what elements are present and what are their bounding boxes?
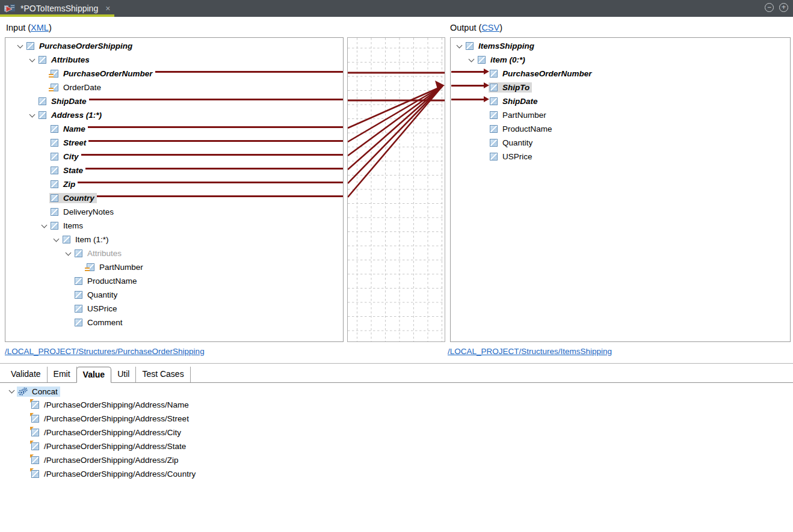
node-content[interactable]: PartNumber <box>489 110 549 120</box>
argument-row-street[interactable]: /PurchaseOrderShipping/Address/Street <box>0 412 190 426</box>
mapping-line[interactable] <box>81 154 343 156</box>
chevron-down-icon[interactable] <box>26 114 37 117</box>
tree-node-comment[interactable]: Comment <box>5 316 343 329</box>
tree-node-itemsshipping[interactable]: ItemsShipping <box>451 39 790 53</box>
tree-node-name[interactable]: Name <box>5 122 343 136</box>
function-selection[interactable]: Concat <box>17 387 60 397</box>
tab-emit[interactable]: Emit <box>48 367 77 382</box>
input-format-link[interactable]: XML <box>31 23 49 32</box>
tree-node-attributes[interactable]: Attributes <box>5 246 343 260</box>
node-content[interactable]: Comment <box>73 317 125 328</box>
node-content[interactable]: Name <box>49 124 88 134</box>
node-content[interactable]: ShipDate <box>37 96 89 106</box>
tree-node-zip[interactable]: Zip <box>5 177 343 191</box>
node-content[interactable]: Address (1:*) <box>37 110 104 120</box>
tree-node-street[interactable]: Street <box>5 136 343 150</box>
tree-node-item-1[interactable]: Item (1:*) <box>5 233 343 246</box>
input-structure-link[interactable]: /LOCAL_PROJECT/Structures/PurchaseOrderS… <box>5 347 205 356</box>
node-content[interactable]: item (0:*) <box>477 55 528 65</box>
mapping-arrow[interactable] <box>451 85 484 87</box>
tree-node-partnumber[interactable]: PartNumber <box>451 108 790 122</box>
tab-validate[interactable]: Validate <box>5 367 48 382</box>
output-structure-link[interactable]: /LOCAL_PROJECT/Structures/ItemsShipping <box>448 347 612 356</box>
mapping-line[interactable] <box>88 126 343 128</box>
tree-node-quantity[interactable]: Quantity <box>451 136 790 150</box>
node-content[interactable]: PurchaseOrderNumber <box>49 69 155 79</box>
tab-util[interactable]: Util <box>111 367 136 382</box>
tree-node-orderdate[interactable]: OrderDate <box>5 81 343 94</box>
node-content[interactable]: ProductName <box>73 276 140 286</box>
tree-node-productname[interactable]: ProductName <box>5 274 343 288</box>
tree-node-country[interactable]: Country <box>5 191 343 205</box>
chevron-down-icon[interactable] <box>6 390 17 393</box>
node-content[interactable]: City <box>49 151 81 162</box>
mapping-canvas[interactable] <box>347 37 445 342</box>
node-content[interactable]: ProductName <box>489 124 555 134</box>
output-format-link[interactable]: CSV <box>481 23 499 32</box>
argument-row-name[interactable]: /PurchaseOrderShipping/Address/Name <box>0 398 190 412</box>
maximize-icon[interactable]: + <box>779 3 788 12</box>
tree-node-purchaseordershipping[interactable]: PurchaseOrderShipping <box>5 39 343 53</box>
mapping-line[interactable] <box>97 195 343 197</box>
mapping-line[interactable] <box>85 168 343 170</box>
mapping-line[interactable] <box>155 71 343 73</box>
tree-node-purchaseordernumber[interactable]: PurchaseOrderNumber <box>5 67 343 81</box>
chevron-down-icon[interactable] <box>39 225 49 227</box>
mapping-arrow[interactable] <box>451 99 484 100</box>
node-content[interactable]: Item (1:*) <box>61 234 111 245</box>
node-content[interactable]: OrderDate <box>49 82 103 93</box>
node-content[interactable]: PurchaseOrderShipping <box>25 41 135 51</box>
tree-node-address-1[interactable]: Address (1:*) <box>5 108 343 122</box>
tree-node-attributes[interactable]: Attributes <box>5 53 343 67</box>
tree-node-items[interactable]: Items <box>5 219 343 233</box>
node-content[interactable]: Quantity <box>73 290 120 300</box>
argument-row-state[interactable]: /PurchaseOrderShipping/Address/State <box>0 439 187 453</box>
node-content[interactable]: Street <box>49 138 88 148</box>
tree-node-state[interactable]: State <box>5 164 343 177</box>
node-content[interactable]: Attributes <box>37 55 92 65</box>
tree-node-partnumber[interactable]: PartNumber <box>5 260 343 274</box>
selected-node[interactable]: Country <box>49 193 97 203</box>
node-content[interactable]: State <box>49 165 85 176</box>
node-content[interactable]: Quantity <box>489 138 535 148</box>
mapping-line[interactable] <box>88 140 343 142</box>
chevron-down-icon[interactable] <box>14 45 25 47</box>
tree-node-item-0[interactable]: item (0:*) <box>451 53 790 67</box>
node-content[interactable]: ItemsShipping <box>464 41 537 51</box>
argument-row-zip[interactable]: /PurchaseOrderShipping/Address/Zip <box>0 453 180 467</box>
chevron-down-icon[interactable] <box>454 45 464 47</box>
mapping-arrow[interactable] <box>451 71 484 73</box>
node-content[interactable]: Zip <box>49 179 78 189</box>
argument-row-country[interactable]: /PurchaseOrderShipping/Address/Country <box>0 467 197 481</box>
node-content[interactable]: USPrice <box>489 151 535 162</box>
tab-value[interactable]: Value <box>76 367 112 383</box>
tab-test-cases[interactable]: Test Cases <box>136 367 190 382</box>
chevron-down-icon[interactable] <box>63 252 73 255</box>
node-content[interactable]: PartNumber <box>85 262 146 272</box>
minimize-icon[interactable]: − <box>765 3 774 12</box>
node-content[interactable]: USPrice <box>73 304 120 314</box>
tree-node-city[interactable]: City <box>5 150 343 164</box>
chevron-down-icon[interactable] <box>26 59 37 61</box>
tree-node-usprice[interactable]: USPrice <box>451 150 790 164</box>
tree-node-shipdate[interactable]: ShipDate <box>451 94 790 108</box>
tree-node-shipto[interactable]: ShipTo <box>451 81 790 94</box>
chevron-down-icon[interactable] <box>51 239 61 241</box>
tree-node-purchaseordernumber[interactable]: PurchaseOrderNumber <box>451 67 790 81</box>
node-content[interactable]: PurchaseOrderNumber <box>489 69 594 79</box>
tree-node-usprice[interactable]: USPrice <box>5 302 343 316</box>
tree-node-quantity[interactable]: Quantity <box>5 288 343 302</box>
node-content[interactable]: Items <box>49 221 85 231</box>
argument-row-city[interactable]: /PurchaseOrderShipping/Address/City <box>0 426 182 439</box>
close-icon[interactable]: × <box>105 4 110 13</box>
node-content[interactable]: ShipDate <box>489 96 540 106</box>
mapping-line[interactable] <box>78 182 343 183</box>
tree-node-shipdate[interactable]: ShipDate <box>5 94 343 108</box>
converge-mapping-line-country[interactable] <box>348 87 442 198</box>
chevron-down-icon[interactable] <box>466 59 477 61</box>
node-content[interactable]: Attributes <box>73 248 124 258</box>
tree-node-deliverynotes[interactable]: DeliveryNotes <box>5 205 343 219</box>
tree-node-productname[interactable]: ProductName <box>451 122 790 136</box>
node-content[interactable]: DeliveryNotes <box>49 207 116 217</box>
mapping-line[interactable] <box>89 99 343 100</box>
